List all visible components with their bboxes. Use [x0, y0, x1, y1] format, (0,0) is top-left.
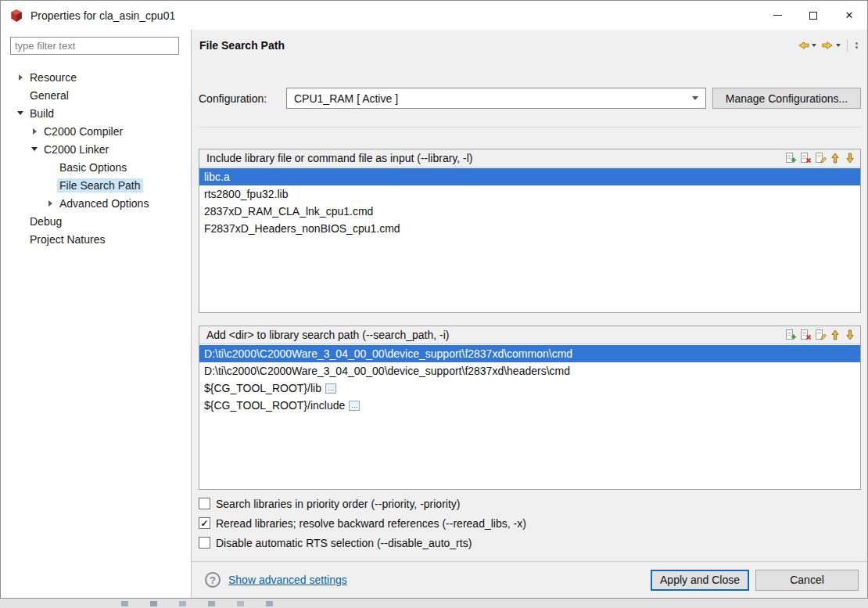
disable-auto-rts-option[interactable]: ✓ Disable automatic RTS selection (--dis… [199, 533, 861, 552]
tree-indent-spacer [13, 89, 27, 102]
library-group-title: Include library file or command file as … [206, 152, 473, 164]
add-icon [784, 152, 797, 164]
reread-libs-option[interactable]: ✓ Reread libraries; resolve backward ref… [199, 513, 861, 533]
tree-item-file-search-path[interactable]: File Search Path [1, 176, 191, 194]
variable-list-icon[interactable]: … [349, 401, 360, 411]
back-history-dropdown-icon[interactable] [812, 44, 816, 47]
add-button[interactable] [783, 328, 798, 343]
checkbox-unchecked[interactable]: ✓ [199, 498, 210, 509]
list-item[interactable]: D:\ti\c2000\C2000Ware_3_04_00_00\device_… [199, 362, 860, 380]
properties-tree: Resource General Build C2000 Compiler C2… [1, 68, 191, 248]
cancel-button[interactable]: Cancel [755, 570, 859, 591]
checkbox-checked[interactable]: ✓ [199, 517, 210, 529]
library-input-group: Include library file or command file as … [199, 149, 861, 313]
list-item-text: D:\ti\c2000\C2000Ware_3_04_00_00\device_… [204, 347, 572, 360]
taskbar-fragment [237, 601, 244, 606]
tree-item-debug[interactable]: Debug [1, 212, 191, 230]
chevron-down-icon [692, 96, 698, 100]
chevron-right-icon[interactable] [13, 71, 27, 84]
edit-button[interactable] [812, 151, 827, 166]
tree-item-label: Build [27, 106, 56, 121]
move-down-icon [844, 152, 856, 164]
search-path-group-toolbar [783, 328, 857, 343]
list-item-text: libc.a [204, 171, 230, 183]
window-title: Properties for cla_asin_cpu01 [30, 9, 175, 22]
dialog-footer: ? Show advanced settings Apply and Close… [192, 561, 867, 598]
filter-input[interactable] [10, 37, 179, 55]
tree-item-project-natures[interactable]: Project Natures [1, 230, 191, 248]
tree-item-build[interactable]: Build [1, 104, 191, 122]
list-item-text: ${CG_TOOL_ROOT}/lib [204, 382, 321, 394]
edit-icon [814, 152, 827, 164]
linker-options: ✓ Search libraries in priority order (--… [199, 494, 861, 552]
back-button[interactable] [796, 38, 811, 52]
variable-list-icon[interactable]: … [325, 383, 336, 394]
taskbar-fragment [121, 601, 128, 606]
show-advanced-settings-link[interactable]: Show advanced settings [228, 574, 347, 586]
delete-icon [799, 329, 812, 341]
taskbar-fragment [266, 601, 273, 606]
move-up-icon [829, 152, 841, 164]
forward-button[interactable] [820, 38, 835, 52]
help-icon[interactable]: ? [205, 572, 221, 588]
priority-order-option[interactable]: ✓ Search libraries in priority order (--… [199, 494, 861, 513]
properties-dialog: Properties for cla_asin_cpu01 ✕ Resource… [0, 0, 868, 599]
tree-item-c2000-compiler[interactable]: C2000 Compiler [1, 122, 191, 140]
list-item[interactable]: libc.a [199, 168, 860, 185]
tree-item-general[interactable]: General [1, 86, 191, 104]
list-item-text: D:\ti\c2000\C2000Ware_3_04_00_00\device_… [204, 365, 570, 377]
manage-configurations-button[interactable]: Manage Configurations... [712, 88, 861, 109]
list-item[interactable]: rts2800_fpu32.lib [199, 185, 860, 203]
list-item[interactable]: 2837xD_RAM_CLA_lnk_cpu1.cmd [199, 203, 860, 220]
search-path-group-header: Add <dir> to library search path (--sear… [199, 326, 860, 344]
move-down-button[interactable] [842, 328, 857, 343]
list-item-text: ${CG_TOOL_ROOT}/include [204, 399, 345, 412]
list-item[interactable]: F2837xD_Headers_nonBIOS_cpu1.cmd [199, 220, 860, 237]
delete-button[interactable] [798, 328, 812, 343]
tree-item-label-selected: File Search Path [57, 178, 143, 192]
close-icon: ✕ [845, 9, 854, 21]
maximize-button[interactable] [795, 1, 831, 30]
taskbar-fragment [179, 601, 186, 606]
checkbox-label: Reread libraries; resolve backward refer… [216, 517, 526, 530]
move-down-button[interactable] [842, 151, 857, 166]
tree-item-label: Debug [27, 214, 64, 228]
delete-icon [799, 152, 812, 164]
search-path-group-title: Add <dir> to library search path (--sear… [206, 329, 449, 341]
apply-and-close-button[interactable]: Apply and Close [651, 570, 749, 591]
minimize-button[interactable] [759, 1, 795, 30]
tree-item-resource[interactable]: Resource [1, 68, 191, 86]
taskbar-fragment [208, 601, 215, 606]
tree-item-c2000-linker[interactable]: C2000 Linker [1, 140, 191, 158]
tree-item-label: General [27, 88, 71, 103]
edit-button[interactable] [812, 328, 827, 343]
move-up-button[interactable] [827, 328, 842, 343]
forward-history-dropdown-icon[interactable] [836, 44, 841, 47]
forward-arrow-icon [821, 39, 834, 52]
chevron-down-icon[interactable] [27, 143, 41, 156]
checkbox-unchecked[interactable]: ✓ [199, 537, 210, 549]
list-item[interactable]: ${CG_TOOL_ROOT}/lib … [199, 380, 860, 397]
configuration-value: CPU1_RAM [ Active ] [294, 92, 398, 105]
list-item[interactable]: D:\ti\c2000\C2000Ware_3_04_00_00\device_… [199, 345, 860, 362]
checkbox-label: Disable automatic RTS selection (--disab… [216, 537, 472, 549]
properties-sidebar: Resource General Build C2000 Compiler C2… [1, 30, 192, 598]
view-menu-icon[interactable] [855, 42, 858, 49]
close-button[interactable]: ✕ [831, 1, 867, 30]
chevron-right-icon[interactable] [43, 197, 57, 210]
delete-button[interactable] [798, 151, 812, 166]
move-up-button[interactable] [827, 151, 842, 166]
properties-app-icon[interactable] [9, 9, 23, 23]
tree-indent-spacer [43, 161, 57, 174]
chevron-right-icon[interactable] [27, 125, 41, 138]
chevron-down-icon[interactable] [13, 107, 27, 120]
configuration-label: Configuration: [199, 92, 286, 105]
tree-item-basic-options[interactable]: Basic Options [1, 158, 191, 176]
list-item[interactable]: ${CG_TOOL_ROOT}/include … [199, 397, 860, 414]
taskbar-fragment [150, 601, 157, 606]
tree-item-advanced-options[interactable]: Advanced Options [1, 194, 191, 212]
toolbar-separator [847, 39, 848, 52]
configuration-select[interactable]: CPU1_RAM [ Active ] [286, 88, 706, 109]
search-path-list: D:\ti\c2000\C2000Ware_3_04_00_00\device_… [199, 344, 860, 489]
add-button[interactable] [783, 151, 798, 166]
